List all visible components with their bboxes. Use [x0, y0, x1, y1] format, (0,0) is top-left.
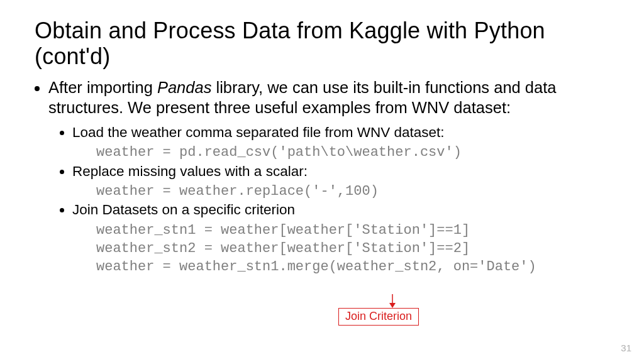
sub-bullet-list: Load the weather comma separated file fr… [48, 123, 609, 276]
code-1-0: weather = weather.replace('-',100) [96, 182, 609, 200]
sub-bullet-0: Load the weather comma separated file fr… [72, 123, 609, 142]
code-2-0: weather_stn1 = weather[weather['Station'… [96, 221, 609, 239]
slide-title: Obtain and Process Data from Kaggle with… [35, 18, 609, 70]
sub-bullet-1-text: Replace missing values with a scalar: [72, 163, 308, 179]
svg-marker-1 [389, 303, 396, 308]
sub-bullet-1: Replace missing values with a scalar: [72, 162, 609, 181]
top-bullet-list: After importing Pandas library, we can u… [35, 77, 609, 277]
callout-box: Join Criterion [338, 308, 419, 326]
bullet-text-italic: Pandas [157, 79, 212, 96]
code-2-1: weather_stn2 = weather[weather['Station'… [96, 239, 609, 258]
bullet-text-prefix: After importing [48, 79, 157, 96]
sub-bullet-2-text: Join Datasets on a specific criterion [72, 202, 295, 217]
slide: Obtain and Process Data from Kaggle with… [0, 0, 644, 362]
page-number: 31 [621, 343, 631, 353]
sub-bullet-2: Join Datasets on a specific criterion [72, 200, 609, 219]
code-0-0: weather = pd.read_csv('path\to\weather.c… [96, 143, 609, 162]
arrow-down-icon [386, 294, 399, 309]
top-bullet: After importing Pandas library, we can u… [48, 77, 609, 277]
code-2-2: weather = weather_stn1.merge(weather_stn… [96, 258, 609, 276]
sub-bullet-0-text: Load the weather comma separated file fr… [72, 124, 445, 140]
